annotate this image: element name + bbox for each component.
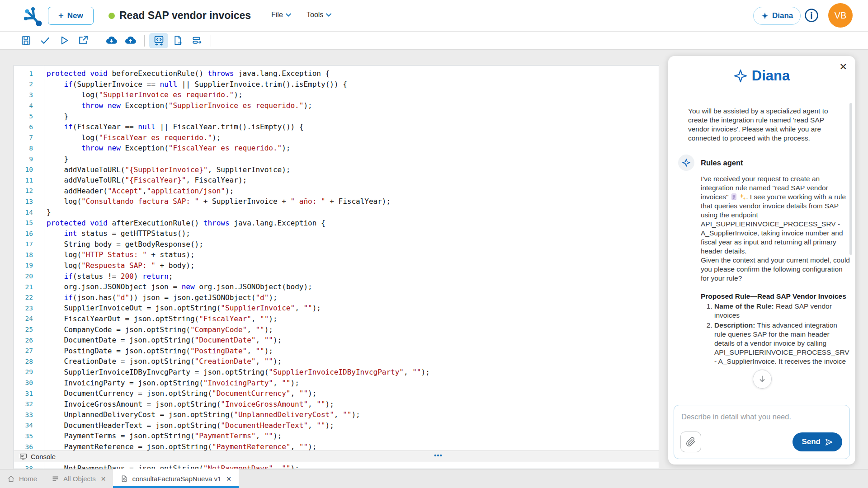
chevron-down-icon: [326, 13, 331, 17]
proposal-heading: Proposed Rule—Read SAP Vendor Invoices: [701, 292, 850, 301]
send-button-label: Send: [802, 437, 821, 446]
diana-assistant-panel: ✕ Diana You will be assisted by a specia…: [668, 56, 855, 465]
tab-all-objects[interactable]: All Objects ✕: [44, 469, 113, 488]
agent-header: Rules agent: [678, 155, 845, 171]
play-icon: [58, 35, 70, 46]
cloud-download-button[interactable]: [102, 33, 121, 48]
paperclip-icon: [686, 437, 696, 447]
sparkle-icon: [682, 158, 691, 167]
tab-home[interactable]: Home: [0, 469, 44, 488]
chevron-down-icon: [286, 13, 291, 17]
code-editor[interactable]: 1protected void beforeExecutionRule() th…: [14, 65, 659, 469]
status-dot: [108, 13, 115, 19]
scroll-to-bottom-button[interactable]: [753, 370, 772, 389]
sequence-button[interactable]: [187, 33, 206, 48]
proposal-list: Name of the Rule: Read SAP vendor invoic…: [701, 302, 850, 367]
run-button[interactable]: [54, 33, 73, 48]
messages-scrollbar[interactable]: [849, 103, 852, 255]
agent-message: I've received your request to create an …: [701, 174, 850, 367]
code-line-clipped: 38 NetPaymentDays = json.optString("NetP…: [14, 463, 659, 469]
console-bar[interactable]: Console •••: [14, 450, 659, 462]
assistant-title: Diana: [668, 68, 855, 84]
close-tab-icon[interactable]: ✕: [226, 475, 231, 483]
document-title: Read SAP vendor invoices: [119, 9, 251, 22]
proposal-item-description: Description: This advanced integration r…: [714, 321, 850, 367]
tab-all-objects-label: All Objects: [63, 475, 96, 483]
sparkle-icon: [761, 12, 769, 20]
file-menu-label: File: [271, 11, 283, 19]
agent-paragraph-2: Given the context and your current model…: [701, 256, 850, 283]
arrow-down-icon: [758, 375, 767, 384]
sparkle-icon: [734, 69, 747, 83]
chat-input[interactable]: [681, 410, 842, 423]
toolbar-separator: [144, 35, 145, 47]
assistant-title-label: Diana: [752, 68, 790, 84]
open-in-new-button[interactable]: [73, 33, 92, 48]
code-lines: 1protected void beforeExecutionRule() th…: [14, 68, 659, 452]
app-header: + New Read SAP vendor invoices File Tool…: [0, 0, 868, 32]
code-editor-view-button[interactable]: [149, 33, 168, 48]
console-icon: [19, 453, 27, 460]
validate-button[interactable]: [35, 33, 54, 48]
app-logo-icon: [23, 5, 43, 26]
list-icon: [52, 475, 59, 483]
new-button-label: New: [67, 11, 83, 20]
plus-icon: +: [58, 11, 64, 21]
diana-button-label: Diana: [772, 11, 793, 20]
cloud-download-icon: [106, 35, 117, 46]
message-list[interactable]: You will be assisted by a specialized ag…: [668, 101, 855, 367]
agent-avatar: [678, 155, 694, 171]
tab-consulta-factura[interactable]: consultaFacturaSapNueva v1 ✕: [113, 469, 239, 488]
cloud-upload-button[interactable]: [121, 33, 140, 48]
save-icon: [20, 35, 32, 46]
toolbar-separator: [97, 35, 97, 47]
file-menu[interactable]: File: [271, 11, 291, 19]
save-button[interactable]: [16, 33, 35, 48]
sparkles-icon: [739, 193, 746, 200]
send-button[interactable]: Send: [793, 432, 842, 451]
user-avatar[interactable]: VB: [828, 3, 853, 28]
export-file-button[interactable]: [168, 33, 187, 48]
tools-menu[interactable]: Tools: [307, 11, 331, 19]
bottom-tab-bar: Home All Objects ✕ consultaFacturaSapNue…: [0, 469, 868, 488]
open-in-new-icon: [77, 35, 89, 46]
agent-name: Rules agent: [701, 159, 743, 167]
rule-file-icon: [120, 475, 128, 483]
toolbar-separator: [211, 35, 211, 47]
info-icon[interactable]: [804, 8, 819, 23]
code-editor-icon: [153, 35, 165, 46]
export-file-icon: [172, 35, 184, 46]
cloud-upload-icon: [125, 35, 136, 46]
new-button[interactable]: + New: [48, 7, 94, 25]
sequence-icon: [191, 35, 203, 46]
tools-menu-label: Tools: [307, 11, 323, 19]
chat-input-card: Send: [674, 405, 850, 459]
home-icon: [7, 475, 15, 483]
attach-button[interactable]: [680, 432, 701, 452]
console-more-icon[interactable]: •••: [434, 451, 443, 459]
tab-consulta-factura-label: consultaFacturaSapNueva v1: [132, 475, 221, 483]
check-icon: [39, 35, 51, 46]
console-label: Console: [31, 453, 56, 460]
editor-toolbar: [0, 32, 868, 50]
system-message: You will be assisted by a specialized ag…: [688, 107, 840, 143]
tab-home-label: Home: [19, 475, 37, 483]
close-tab-icon[interactable]: ✕: [101, 475, 106, 483]
agent-paragraph-1: I've received your request to create an …: [701, 174, 850, 256]
receipt-icon: [731, 193, 737, 200]
send-icon: [825, 438, 833, 446]
proposal-item-name: Name of the Rule: Read SAP vendor invoic…: [714, 302, 850, 320]
diana-assistant-button[interactable]: Diana: [753, 7, 801, 25]
